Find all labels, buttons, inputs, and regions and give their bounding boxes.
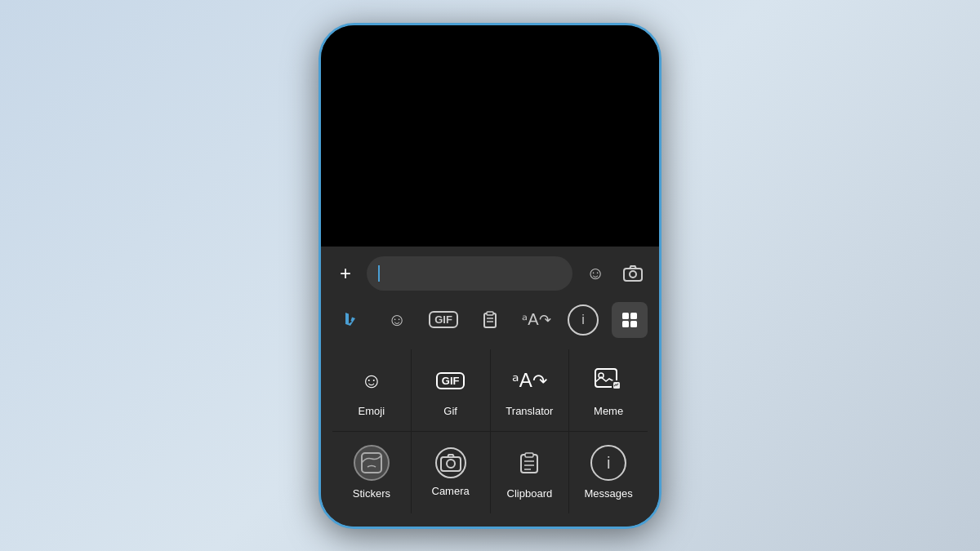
toolbar-emoji[interactable]: ☺ xyxy=(379,302,415,338)
info-toolbar-icon: i xyxy=(568,304,599,335)
app-clipboard-icon xyxy=(511,445,547,481)
toolbar-translator[interactable]: ᵃA↷ xyxy=(519,302,555,338)
phone-screen-top xyxy=(321,25,659,247)
app-item-camera[interactable]: Camera xyxy=(412,432,490,513)
grid-toolbar-icon xyxy=(621,311,639,329)
app-item-messages[interactable]: i Messages xyxy=(569,432,648,513)
plus-button[interactable]: + xyxy=(332,262,359,285)
svg-rect-6 xyxy=(622,313,629,319)
app-item-stickers[interactable]: Stickers xyxy=(332,432,411,513)
app-messages-label: Messages xyxy=(585,487,633,500)
toolbar-bing[interactable] xyxy=(332,302,368,338)
emoji-toolbar-icon: ☺ xyxy=(388,309,406,331)
svg-rect-18 xyxy=(525,453,533,457)
emoji-icon: ☺ xyxy=(586,263,604,284)
app-item-clipboard[interactable]: Clipboard xyxy=(491,432,569,513)
app-item-translator[interactable]: ᵃA↷ Translator xyxy=(491,349,569,431)
bing-icon xyxy=(341,310,360,330)
toolbar-gif[interactable]: GIF xyxy=(425,302,461,338)
text-input-bar[interactable] xyxy=(367,256,572,291)
translator-toolbar-icon: ᵃA↷ xyxy=(522,310,550,329)
svg-point-1 xyxy=(630,271,636,278)
toolbar-grid[interactable] xyxy=(612,302,648,338)
input-row: + ☺ xyxy=(332,256,648,291)
app-messages-icon: i xyxy=(590,445,626,481)
svg-rect-7 xyxy=(630,313,637,319)
svg-rect-9 xyxy=(630,321,637,327)
text-cursor xyxy=(378,265,380,282)
toolbar-row: ☺ GIF ᵃA↷ i xyxy=(332,299,648,341)
keyboard-area: + ☺ xyxy=(321,247,659,527)
phone-frame: + ☺ xyxy=(318,23,662,529)
toolbar-info[interactable]: i xyxy=(565,302,601,338)
svg-point-16 xyxy=(447,460,455,468)
app-item-emoji[interactable]: ☺ Emoji xyxy=(332,349,411,431)
app-gif-label: Gif xyxy=(443,405,457,417)
svg-rect-3 xyxy=(487,312,493,315)
apps-grid: ☺ Emoji GIF Gif ᵃA↷ Translator xyxy=(332,349,648,513)
app-stickers-icon xyxy=(354,445,390,481)
app-emoji-label: Emoji xyxy=(359,405,385,417)
app-meme-label: Meme xyxy=(594,405,623,417)
app-camera-icon xyxy=(435,447,466,478)
app-stickers-label: Stickers xyxy=(353,487,390,500)
svg-rect-14 xyxy=(362,453,381,473)
gif-toolbar-icon: GIF xyxy=(429,311,458,328)
camera-button[interactable] xyxy=(618,259,648,288)
clipboard-toolbar-icon xyxy=(480,310,500,330)
camera-icon xyxy=(622,263,644,284)
toolbar-clipboard[interactable] xyxy=(472,302,508,338)
app-meme-icon xyxy=(590,362,626,398)
app-camera-label: Camera xyxy=(432,485,470,497)
app-gif-icon: GIF xyxy=(433,362,469,398)
svg-rect-8 xyxy=(622,321,629,327)
app-translator-label: Translator xyxy=(506,405,553,417)
app-clipboard-label: Clipboard xyxy=(507,487,553,500)
emoji-button[interactable]: ☺ xyxy=(581,259,610,288)
app-translator-icon: ᵃA↷ xyxy=(511,362,547,398)
app-emoji-icon: ☺ xyxy=(354,362,390,398)
app-item-gif[interactable]: GIF Gif xyxy=(412,349,490,431)
app-item-meme[interactable]: Meme xyxy=(569,349,648,431)
